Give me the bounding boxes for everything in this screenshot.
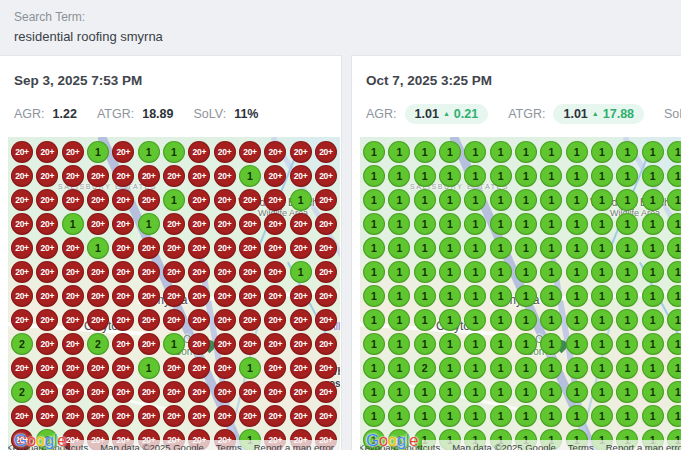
rank-marker[interactable]: 20+ [87,165,109,187]
rank-marker[interactable]: 20+ [264,141,286,163]
rank-marker[interactable]: 1 [388,357,410,379]
rank-marker[interactable]: 20+ [62,357,84,379]
rank-marker[interactable]: 20+ [36,357,58,379]
rank-marker[interactable]: 20+ [112,189,134,211]
rank-marker[interactable]: 1 [87,237,109,259]
rank-marker[interactable]: 1 [566,309,588,331]
rank-marker[interactable]: 20+ [188,309,210,331]
rank-marker[interactable]: 1 [388,309,410,331]
rank-marker[interactable]: 1 [566,261,588,283]
rank-marker[interactable]: 1 [239,357,261,379]
rank-marker[interactable]: 20+ [214,213,236,235]
rank-marker[interactable]: 20+ [112,357,134,379]
rank-marker[interactable]: 1 [616,237,638,259]
rank-marker[interactable]: 20+ [87,309,109,331]
rank-marker[interactable]: 1 [138,213,160,235]
rank-marker[interactable]: 1 [667,165,681,187]
rank-marker[interactable]: 20+ [214,285,236,307]
rank-marker[interactable]: 1 [363,213,385,235]
rank-marker[interactable]: 1 [490,405,512,427]
rank-marker[interactable]: 20+ [11,357,33,379]
rank-marker[interactable]: 1 [515,405,537,427]
rank-marker[interactable]: 20+ [315,309,337,331]
rank-marker[interactable]: 1 [363,165,385,187]
rank-marker[interactable]: 1 [490,213,512,235]
rank-marker[interactable]: 20+ [138,381,160,403]
rank-marker[interactable]: 1 [414,165,436,187]
rank-marker[interactable]: 20+ [264,333,286,355]
rank-marker[interactable]: 1 [591,165,613,187]
rank-marker[interactable]: 20+ [62,285,84,307]
rank-marker[interactable]: 1 [667,405,681,427]
rank-marker[interactable]: 1 [138,357,160,379]
rank-marker[interactable]: 1 [464,309,486,331]
rank-marker[interactable]: 20+ [11,141,33,163]
rank-marker[interactable]: 1 [464,357,486,379]
rank-marker[interactable]: 20+ [264,381,286,403]
rank-marker[interactable]: 20+ [62,381,84,403]
rank-marker[interactable]: 20+ [138,189,160,211]
rank-marker[interactable]: 20+ [214,261,236,283]
rank-marker[interactable]: 1 [642,405,664,427]
rank-marker[interactable]: 20+ [163,285,185,307]
rank-marker[interactable]: 20+ [11,285,33,307]
rank-marker[interactable]: 1 [414,405,436,427]
rank-marker[interactable]: 20+ [112,237,134,259]
rank-marker[interactable]: 1 [566,333,588,355]
rank-marker[interactable]: 20+ [214,237,236,259]
google-logo[interactable]: Google [14,431,66,450]
rank-marker[interactable]: 1 [667,309,681,331]
rank-marker[interactable]: 1 [515,237,537,259]
rank-marker[interactable]: 20+ [112,309,134,331]
rank-marker[interactable]: 20+ [138,165,160,187]
rank-marker[interactable]: 20+ [264,309,286,331]
rank-marker[interactable]: 1 [464,165,486,187]
rank-marker[interactable]: 1 [490,237,512,259]
rank-marker[interactable]: 1 [616,309,638,331]
rank-marker[interactable]: 20+ [188,165,210,187]
rank-marker[interactable]: 20+ [36,165,58,187]
rank-marker[interactable]: 1 [163,333,185,355]
rank-marker[interactable]: 20+ [138,261,160,283]
rank-marker[interactable]: 20+ [138,405,160,427]
rank-marker[interactable]: 1 [388,405,410,427]
rank-marker[interactable]: 1 [540,213,562,235]
rank-marker[interactable]: 1 [439,333,461,355]
rank-marker[interactable]: 1 [388,213,410,235]
rank-marker[interactable]: 20+ [87,357,109,379]
rank-marker[interactable]: 1 [642,213,664,235]
rank-marker[interactable]: 1 [667,381,681,403]
rank-marker[interactable]: 1 [642,165,664,187]
rank-marker[interactable]: 20+ [36,189,58,211]
rank-marker[interactable]: 20+ [290,237,312,259]
rank-marker[interactable]: 1 [566,189,588,211]
rank-marker[interactable]: 1 [616,357,638,379]
rank-marker[interactable]: 20+ [188,333,210,355]
rank-marker[interactable]: 1 [616,261,638,283]
rank-marker[interactable]: 20+ [36,141,58,163]
rank-marker[interactable]: 20+ [315,285,337,307]
rank-marker[interactable]: 1 [540,333,562,355]
rank-marker[interactable]: 1 [515,333,537,355]
rank-marker[interactable]: 1 [388,333,410,355]
rank-marker[interactable]: 1 [591,381,613,403]
rank-marker[interactable]: 1 [414,309,436,331]
rank-marker[interactable]: 1 [363,189,385,211]
rank-marker[interactable]: 1 [439,405,461,427]
rank-marker[interactable]: 20+ [239,405,261,427]
rank-marker[interactable]: 20+ [214,189,236,211]
rank-marker[interactable]: 20+ [214,141,236,163]
rank-marker[interactable]: 1 [490,381,512,403]
rank-marker[interactable]: 20+ [315,189,337,211]
rank-marker[interactable]: 1 [540,237,562,259]
rank-marker[interactable]: 1 [414,237,436,259]
rank-marker[interactable]: 20+ [112,141,134,163]
rank-marker[interactable]: 1 [515,309,537,331]
rank-marker[interactable]: 1 [439,189,461,211]
rank-marker[interactable]: 20+ [239,213,261,235]
rank-marker[interactable]: 20+ [239,381,261,403]
rank-marker[interactable]: 20+ [188,213,210,235]
rank-marker[interactable]: 20+ [214,405,236,427]
rank-marker[interactable]: 20+ [315,333,337,355]
rank-marker[interactable]: 1 [490,309,512,331]
